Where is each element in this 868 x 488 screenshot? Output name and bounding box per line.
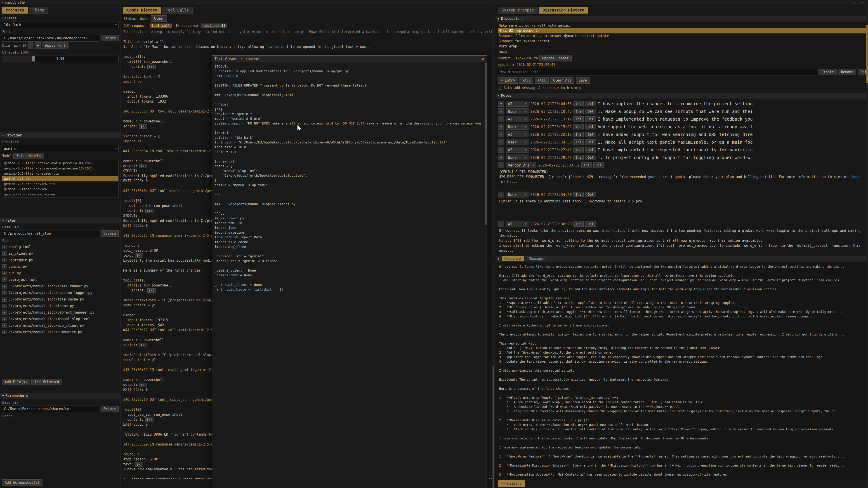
remove-file-button[interactable]: x [2,271,7,275]
save-button[interactable]: Save [576,77,590,84]
entry-delete-button[interactable]: Del [585,132,596,137]
update-commit-button[interactable]: Update Commit [539,55,572,61]
entry-role-select[interactable]: User▼ [506,139,528,145]
entry-insert-button[interactable]: Ins [574,221,584,227]
expand-button[interactable]: [+] [139,124,147,129]
autoadd-checkbox[interactable]: ✓ [498,86,502,90]
entry-toggle-button[interactable]: + [498,139,504,145]
minimize-icon[interactable]: — [844,1,846,4]
remove-file-button[interactable]: x [2,284,7,289]
remove-file-button[interactable]: x [2,278,7,282]
tab-projects[interactable]: Projects [2,7,28,13]
collapse-all-button[interactable]: -All [519,77,533,84]
font-browse-button[interactable]: Browse [101,35,119,41]
to-history-button[interactable]: -> History [498,480,525,487]
scrollbar-thumb[interactable] [493,365,494,488]
entry-insert-button[interactable]: Ins [574,139,584,145]
entry-delete-button[interactable]: Del [585,109,596,114]
entry-insert-button[interactable]: Ins [574,101,584,106]
files-section-header[interactable]: ▼ Files [0,218,121,223]
new-discussion-input[interactable] [498,69,817,75]
entry-delete-button[interactable]: Del [585,155,596,160]
tab-tool-calls[interactable]: Tool Calls [162,7,193,13]
expand-button[interactable]: [+] [135,462,143,466]
entry-toggle-button[interactable]: - [498,221,504,227]
model-item[interactable]: gemini-2.5-flash-native-audio-preview-12… [2,166,119,171]
entry-role-select[interactable]: User▼ [506,108,528,114]
remove-file-button[interactable]: x [2,304,7,308]
clear-log-button[interactable]: Clear [151,15,167,22]
font-path-input[interactable] [2,35,99,41]
entry-role-select[interactable]: AI▼ [506,131,528,137]
entry-role-select[interactable]: AI▼ [506,116,528,122]
model-item[interactable]: gemini-2.5-flash-preview-tts [2,171,119,176]
model-item[interactable]: gemini-2.5-flash-native-audio-preview-09… [2,161,119,166]
entry-role-select[interactable]: Vendor API▼ [506,162,536,168]
entry-toggle-button[interactable]: - [498,192,504,197]
discussion-item[interactable]: Support files or mcp, or proper dynamic … [498,33,866,39]
roles-section-header[interactable]: ▶ Roles [495,93,868,98]
remove-file-button[interactable]: x [2,330,7,334]
entry-insert-button[interactable]: Ins [574,132,584,137]
palette-select[interactable]: 10x Dark ▼ [2,21,119,28]
expand-button[interactable]: [+] [139,383,147,387]
tab-system-prompts[interactable]: System Prompts [498,7,538,13]
entry-role-select[interactable]: User▼ [506,192,528,197]
fetch-models-button[interactable]: Fetch Models [13,153,43,159]
expand-button[interactable]: [+] [139,343,147,347]
entry-delete-button[interactable]: Del [585,124,596,129]
entry-toggle-button[interactable]: - [498,162,504,168]
entry-role-select[interactable]: AI▼ [506,147,528,153]
entry-delete-button[interactable]: Del [585,221,596,227]
entry-delete-button[interactable]: Del [593,162,603,168]
provider-select[interactable]: gemini ▼ [2,145,119,152]
font-size-increase-button[interactable]: + [35,42,41,49]
remove-file-button[interactable]: x [2,310,7,315]
entry-toggle-button[interactable]: + [498,108,504,114]
discussion-item[interactable]: Support for system prompt [498,39,866,44]
expand-all-button[interactable]: +All [535,77,549,84]
tab-theme[interactable]: Theme [29,7,48,13]
font-size-decrease-button[interactable]: - [28,42,33,49]
expand-button[interactable]: [+] [145,209,153,213]
create-discussion-button[interactable]: Create [818,69,837,75]
entry-delete-button[interactable]: Del [585,147,596,153]
add-wildcard-button[interactable]: Add Wildcard [31,379,62,385]
entry-role-select[interactable]: AI▼ [506,221,528,227]
tab-discussion-history[interactable]: Discussion History [539,7,588,13]
entry-insert-button[interactable]: Ins [574,192,584,197]
remove-file-button[interactable]: x [2,323,7,328]
expand-button[interactable]: [+] [145,418,153,422]
screenshots-browse-button[interactable]: Browse [101,406,119,412]
rename-discussion-button[interactable]: Rename [838,69,856,75]
expand-button[interactable]: [+] [139,164,147,168]
scrollbar-thumb[interactable] [485,63,487,225]
model-item[interactable]: gemini-2.5-pro-preview-tts [2,182,119,187]
add-files-button[interactable]: Add File(s) [2,379,30,385]
discussion-item[interactable]: Make sure it works well with gemini [498,23,866,28]
entry-delete-button[interactable]: Del [585,101,596,106]
entry-toggle-button[interactable]: + [498,116,504,122]
entry-delete-button[interactable]: Del [585,116,596,122]
remove-file-button[interactable]: x [2,317,7,321]
remove-file-button[interactable]: x [2,291,7,295]
screenshots-base-dir-input[interactable] [2,405,99,412]
clear-all-button[interactable]: Clear All [550,77,574,84]
entry-role-select[interactable]: User▼ [506,155,528,160]
scrollbar-thumb[interactable] [866,25,868,83]
close-icon[interactable]: ✕ [481,57,485,61]
expand-button[interactable]: [+] [147,288,155,293]
add-screenshots-button[interactable]: Add Screenshot(s) [2,480,42,486]
text-viewer-titlebar[interactable]: Text Viewer ▼ content ✕ [212,56,487,62]
files-base-dir-input[interactable] [2,230,99,237]
entry-toggle-button[interactable]: + [498,131,504,137]
entry-role-select[interactable]: User▼ [506,124,528,130]
model-item[interactable]: gemini-2.5-pro [2,176,119,182]
expand-button[interactable]: [+] [135,254,143,258]
remove-file-button[interactable]: x [2,297,7,302]
model-item[interactable]: gemini-3-flash-preview [2,187,119,192]
discussion-item[interactable]: main [498,49,866,54]
entry-insert-button[interactable]: Ins [574,116,584,122]
entry-delete-button[interactable]: Del [585,139,596,145]
remove-file-button[interactable]: x [2,245,7,249]
